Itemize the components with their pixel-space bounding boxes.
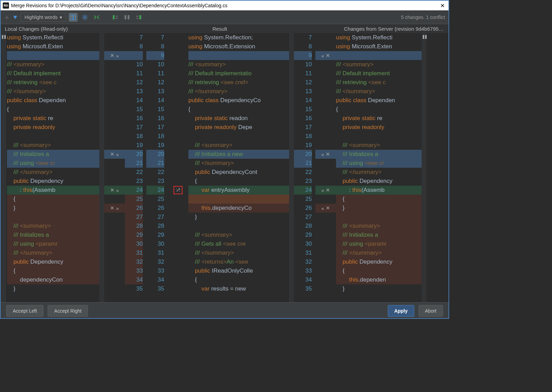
linenum: 32	[146, 257, 164, 266]
linenum: 15	[294, 105, 312, 114]
right-miniscroll[interactable]	[422, 33, 426, 302]
accept-change-icon[interactable]: «	[321, 187, 324, 193]
abort-button[interactable]: Abort	[418, 305, 443, 317]
merge-action-cell	[315, 231, 336, 239]
svg-point-9	[176, 189, 177, 189]
discard-change-icon[interactable]: ✕	[326, 187, 330, 193]
magic-cell	[168, 159, 188, 168]
merge-action-cell: ✕»	[104, 51, 125, 60]
accept-change-icon[interactable]: «	[321, 205, 324, 211]
linenum: 17	[146, 123, 164, 132]
center-code-pane[interactable]: using System.Reflection;using Microsoft.…	[188, 33, 289, 302]
left-action-column: ✕»✕»✕»✕»	[104, 33, 125, 302]
discard-change-icon[interactable]: ✕	[110, 205, 115, 211]
merge-action-cell	[315, 141, 336, 150]
apply-nonconflict-left-icon[interactable]	[111, 13, 120, 22]
linenum: 30	[125, 239, 143, 248]
code-line: using System.Reflecti	[336, 33, 422, 42]
accept-change-icon[interactable]: »	[116, 205, 119, 211]
svg-rect-5	[128, 15, 129, 19]
discard-change-icon[interactable]: ✕	[110, 151, 115, 157]
code-line: /// Initializes a	[7, 231, 99, 239]
pause-icon[interactable]	[422, 35, 427, 39]
linenum: 23	[125, 177, 143, 186]
accept-left-button[interactable]: Accept Left	[6, 305, 43, 317]
merge-action-cell	[104, 132, 125, 141]
svg-rect-1	[73, 15, 76, 20]
accept-right-button[interactable]: Accept Right	[48, 305, 88, 317]
merge-action-cell	[104, 257, 125, 266]
linenum: 34	[125, 275, 143, 284]
apply-nonconflict-right-icon[interactable]	[134, 13, 143, 22]
discard-change-icon[interactable]: ✕	[110, 52, 115, 59]
magic-cell	[168, 150, 188, 159]
svg-rect-12	[425, 35, 426, 39]
svg-point-2	[84, 16, 86, 18]
code-line: /// <summary>	[7, 60, 99, 69]
linenum: 24	[125, 186, 143, 195]
discard-change-icon[interactable]: ✕	[110, 187, 115, 193]
code-line: /// Initializes a new	[188, 150, 289, 159]
code-line	[7, 213, 99, 222]
window-titlebar: RD Merge Revisions for D:\Projects\Git\D…	[1, 1, 448, 10]
accept-change-icon[interactable]: »	[116, 53, 119, 59]
merge-action-cell	[315, 96, 336, 105]
pause-icon[interactable]	[1, 35, 6, 39]
apply-button[interactable]: Apply	[388, 305, 414, 317]
magic-cell	[168, 33, 188, 42]
code-line: this.dependencyCo	[188, 204, 289, 213]
linenum: 35	[294, 284, 312, 293]
app-icon: RD	[3, 2, 9, 9]
left-code-pane[interactable]: using System.Reflectiusing Microsoft.Ext…	[7, 33, 99, 302]
code-line: /// using <see cr	[7, 159, 99, 168]
linenum: 28	[146, 222, 164, 231]
linenum: 20	[125, 150, 143, 159]
merge-action-cell	[104, 123, 125, 132]
accept-change-icon[interactable]: «	[321, 53, 324, 59]
linenum: 7	[294, 33, 312, 42]
discard-change-icon[interactable]: ✕	[326, 205, 330, 211]
linenum: 16	[146, 114, 164, 123]
accept-change-icon[interactable]: »	[116, 187, 119, 193]
merge-action-cell	[104, 78, 125, 87]
chevron-down-icon: ▾	[60, 14, 62, 20]
linenum: 30	[294, 239, 312, 248]
left-miniscroll[interactable]	[99, 33, 104, 302]
prev-diff-icon[interactable]	[4, 14, 10, 20]
resolve-conflict-magic-icon[interactable]	[174, 186, 183, 194]
linenum: 19	[125, 141, 143, 150]
magic-cell	[168, 239, 188, 248]
magic-cell	[168, 177, 188, 186]
accept-change-icon[interactable]: »	[116, 151, 119, 157]
apply-nonconflict-both-icon[interactable]	[122, 13, 131, 22]
settings-icon[interactable]	[80, 13, 89, 22]
code-line: var results = new	[188, 284, 289, 293]
merge-action-cell: «✕	[315, 204, 336, 213]
linenum: 14	[294, 96, 312, 105]
code-line: {	[188, 105, 289, 114]
sync-scroll-icon[interactable]	[69, 13, 78, 22]
discard-change-icon[interactable]: ✕	[326, 52, 330, 59]
next-diff-icon[interactable]	[12, 14, 18, 20]
linenum: 35	[125, 284, 143, 293]
merge-action-cell	[315, 177, 336, 186]
linenum: 10	[294, 60, 312, 69]
code-line: }	[336, 204, 422, 213]
highlight-mode-dropdown[interactable]: Highlight words ▾	[21, 13, 66, 22]
pane-headers: Local Changes (Read-only) Result Changes…	[1, 24, 448, 33]
accept-change-icon[interactable]: «	[321, 151, 324, 157]
merge-action-cell: ✕»	[104, 204, 125, 213]
code-line: private static readon	[188, 114, 289, 123]
merge-action-cell	[315, 248, 336, 257]
code-line: /// </summary>	[336, 87, 422, 96]
discard-change-icon[interactable]: ✕	[326, 151, 330, 157]
magic-cell	[168, 78, 188, 87]
linenum: 24	[294, 186, 312, 195]
right-code-pane[interactable]: using System.Reflectiusing Microsoft.Ext…	[336, 33, 422, 302]
center-miniscroll[interactable]	[289, 33, 294, 302]
merge-icon-1[interactable]	[92, 13, 101, 22]
center-linenums-right: 7891011121314151617181920212223242526272…	[294, 33, 315, 302]
merge-action-cell	[104, 213, 125, 222]
linenum: 28	[125, 222, 143, 231]
close-icon[interactable]: ✕	[438, 2, 446, 9]
